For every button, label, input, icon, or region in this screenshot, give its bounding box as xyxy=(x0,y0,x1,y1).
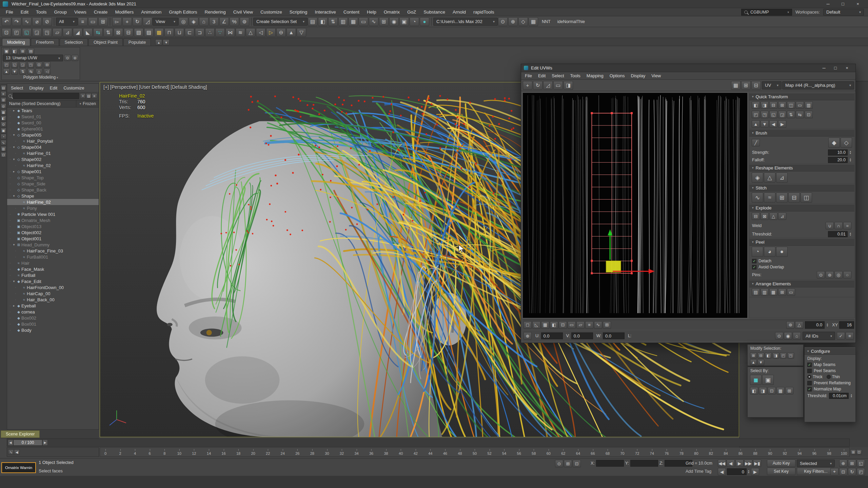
subobject-icon[interactable]: ⊡ xyxy=(36,62,42,68)
schematic-view-icon[interactable]: ⊞ xyxy=(379,17,389,26)
u-coordinate-field[interactable]: 0.0 xyxy=(541,332,563,339)
modeling-tool-icon[interactable]: ⇅ xyxy=(19,68,26,75)
spinner-icon[interactable] xyxy=(849,232,852,236)
uv-move-icon[interactable]: + xyxy=(523,81,532,90)
tree-item-haircap-00[interactable]: ·≈HairCap_00 xyxy=(7,290,99,297)
previous-frame-button[interactable]: ◀ xyxy=(8,440,13,446)
custom-toolbar-button-nnt[interactable]: NNT xyxy=(538,19,554,24)
selection-filter-dropdown[interactable]: All xyxy=(56,18,78,26)
tree-item-object002[interactable]: ·▣Object002 xyxy=(7,229,99,236)
tool-icon[interactable]: △ xyxy=(246,28,255,37)
uv-tool-icon[interactable]: ▱ xyxy=(576,321,585,329)
tree-item-pony[interactable]: ·≈Pony xyxy=(7,205,99,211)
go-to-start-icon[interactable]: ◀◀ xyxy=(718,460,726,467)
search-workspace-dropdown[interactable]: CGBUMP xyxy=(741,9,792,16)
pin-stack-icon[interactable]: ⊙ xyxy=(64,55,71,61)
modify-selection-icon[interactable]: ▼ xyxy=(757,359,764,365)
tree-item-hairfine-02[interactable]: ·≈HairFine_02 xyxy=(7,199,99,205)
uvw-minimize-button[interactable]: ─ xyxy=(818,64,830,72)
orbit-icon[interactable]: ↻ xyxy=(848,468,856,475)
tool-icon[interactable]: ⇆ xyxy=(93,28,103,37)
align-tool-icon[interactable]: ⊞ xyxy=(778,101,786,109)
mirror-icon[interactable]: ◧ xyxy=(318,17,328,26)
select-object-icon[interactable]: ▻ xyxy=(112,17,122,26)
keyboard-override-icon[interactable]: ⌂ xyxy=(199,17,209,26)
subobject-icon[interactable]: ◰ xyxy=(3,62,10,68)
pad-icon[interactable]: ▭ xyxy=(787,288,795,296)
material-editor-icon[interactable]: ◉ xyxy=(389,17,399,26)
zoom-all-icon[interactable]: ⊞ xyxy=(848,460,856,467)
percent-snap-icon[interactable]: % xyxy=(230,17,239,26)
tree-item-hairfrontdown-00[interactable]: ·≈HairFrontDown_00 xyxy=(7,284,99,290)
pan-icon[interactable]: ⌖ xyxy=(830,468,839,475)
menu-goz[interactable]: GoZ xyxy=(403,8,420,16)
select-by-smoothing-group-icon[interactable]: ▣ xyxy=(762,375,774,385)
explorer-tool-icon[interactable]: ◎ xyxy=(1,103,6,109)
stitch-source-icon[interactable]: ⊞ xyxy=(776,192,788,203)
tree-item-shape[interactable]: ·▾◇Shape xyxy=(7,193,99,199)
tree-item-hairface-fine-03[interactable]: ·≈HairFace_Fine_03 xyxy=(7,248,99,254)
select-by-icon[interactable]: ◨ xyxy=(759,387,767,394)
uvw-menu-view[interactable]: View xyxy=(648,72,664,79)
explorer-tool-icon[interactable]: ≡ xyxy=(1,91,6,97)
tool-icon[interactable]: ⊔ xyxy=(175,28,184,37)
background-map-dropdown[interactable]: Map #44 (R..._alpha.png) xyxy=(782,81,854,89)
explorer-tool-icon[interactable]: ▣ xyxy=(1,128,6,133)
render-icon[interactable]: ● xyxy=(420,17,429,26)
uvw-menu-select[interactable]: Select xyxy=(549,72,567,79)
tool-icon[interactable]: ▷ xyxy=(266,28,276,37)
tree-item-shape-top[interactable]: ·◇Shape_Top xyxy=(7,175,99,181)
tree-item-sphere001[interactable]: ·◆Sphere001 xyxy=(7,126,99,132)
align-tool-icon[interactable]: ▥ xyxy=(805,101,813,109)
tool-icon[interactable]: ◣ xyxy=(83,28,93,37)
align-tool-icon[interactable]: ◧ xyxy=(752,101,760,109)
uvw-menu-tools[interactable]: Tools xyxy=(567,72,584,79)
uv-zoom-field[interactable]: 0.0 xyxy=(805,321,825,329)
project-path-dropdown[interactable]: C:\Users\...\ds Max 202 xyxy=(433,18,498,26)
tree-item-sword-00[interactable]: ·◆Sword_00 xyxy=(7,120,99,126)
checkbox-avoid-overlap[interactable]: ✓Avoid Overlap xyxy=(749,264,854,270)
tool-icon[interactable]: ⊓ xyxy=(164,28,174,37)
rotate-pack-icon[interactable]: ⊞ xyxy=(778,288,786,296)
align-element-icon[interactable]: △ xyxy=(764,172,775,183)
rescale-elements-icon[interactable]: ▦ xyxy=(769,288,777,296)
select-by-icon[interactable]: ⊞ xyxy=(785,387,793,394)
explorer-menu-customize[interactable]: Customize xyxy=(60,84,87,92)
auto-key-button[interactable]: Auto Key xyxy=(767,460,795,467)
clear-pins-icon[interactable]: ○ xyxy=(843,271,851,279)
explorer-tool-icon[interactable]: ▥ xyxy=(1,146,6,151)
uvw-menu-mapping[interactable]: Mapping xyxy=(584,72,607,79)
redo-icon[interactable]: ↷ xyxy=(12,17,21,26)
tool-icon[interactable]: ⇅ xyxy=(103,28,113,37)
align-tool-icon[interactable]: ◨ xyxy=(761,101,769,109)
weld-all-icon[interactable]: ∩ xyxy=(834,222,843,229)
explorer-tool-icon[interactable]: ◔ xyxy=(1,134,6,139)
modeling-tool-icon[interactable]: ⇆ xyxy=(27,68,34,75)
tool-icon[interactable]: ≋ xyxy=(236,28,245,37)
tool-icon[interactable]: ⊏ xyxy=(185,28,194,37)
flatten-custom-icon[interactable]: ⊟ xyxy=(752,212,760,220)
workspace-dropdown[interactable]: Default xyxy=(823,9,864,16)
tile-grid-icon[interactable]: ⊟ xyxy=(751,81,761,90)
tool-icon[interactable]: ▦ xyxy=(529,17,538,26)
menu-rendering[interactable]: Rendering xyxy=(201,8,230,16)
modify-selection-icon[interactable]: ⊟ xyxy=(757,352,764,359)
absolute-offset-toggle-icon[interactable]: ⊕ xyxy=(524,332,532,340)
explorer-search-input[interactable] xyxy=(13,93,79,99)
lock-selection-icon[interactable]: ⊙ xyxy=(775,332,783,340)
select-and-rotate-icon[interactable]: ↻ xyxy=(133,17,142,26)
uv-option-icon[interactable]: ⊚ xyxy=(786,321,794,329)
tree-item-shape001[interactable]: ·▸◇Shape001 xyxy=(7,168,99,175)
rendered-frame-icon[interactable]: ◔ xyxy=(410,17,419,26)
tree-item-face-mask[interactable]: ·◆Face_Mask xyxy=(7,266,99,272)
radio-thin[interactable] xyxy=(827,375,831,379)
timeline-config-icon[interactable]: ⊞ xyxy=(850,449,856,455)
uv-editor-canvas[interactable] xyxy=(522,93,748,318)
tool-icon[interactable]: ∵ xyxy=(215,28,225,37)
brush-strength-field[interactable]: 10.0 xyxy=(828,149,848,156)
pack-normalize-icon[interactable]: ▤ xyxy=(752,288,760,296)
tool-icon[interactable]: ▽ xyxy=(297,28,306,37)
uv-tool-icon[interactable]: ≡ xyxy=(585,321,593,329)
uv-tool-icon[interactable]: ▦ xyxy=(541,321,549,329)
custom-toolbar-button-idenormal[interactable]: ideNormalThie xyxy=(554,19,588,24)
